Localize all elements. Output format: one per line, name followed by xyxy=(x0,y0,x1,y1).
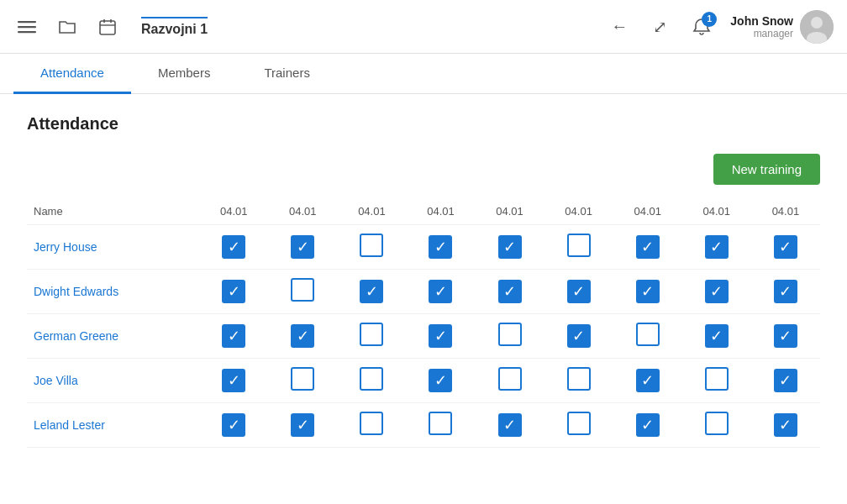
checkmark-icon: ✓ xyxy=(641,239,654,255)
checkbox-1-5[interactable]: ✓ xyxy=(567,280,591,303)
checkbox-4-6[interactable]: ✓ xyxy=(636,413,660,437)
expand-icon[interactable]: ⤢ xyxy=(646,13,673,40)
checkbox-0-2[interactable] xyxy=(360,234,383,257)
date-header-4: 04.01 xyxy=(476,198,544,225)
user-name: John Snow xyxy=(730,14,793,28)
checkbox-3-6[interactable]: ✓ xyxy=(636,369,660,392)
tab-trainers[interactable]: Trainers xyxy=(237,54,336,94)
checkbox-cell-1-3: ✓ xyxy=(406,270,475,314)
checkbox-4-5[interactable] xyxy=(567,412,591,435)
member-name-3[interactable]: Joe Villa xyxy=(27,359,199,403)
checkbox-3-4[interactable] xyxy=(498,367,522,391)
attendance-table: Name 04.0104.0104.0104.0104.0104.0104.01… xyxy=(27,198,820,448)
date-header-6: 04.01 xyxy=(613,198,682,225)
checkbox-4-3[interactable] xyxy=(429,412,452,435)
folder-icon[interactable] xyxy=(54,13,81,40)
checkbox-2-8[interactable]: ✓ xyxy=(774,324,797,348)
member-name-2[interactable]: German Greene xyxy=(27,314,199,359)
date-header-0: 04.01 xyxy=(199,198,268,225)
checkbox-cell-2-0: ✓ xyxy=(199,314,268,359)
checkmark-icon: ✓ xyxy=(228,328,240,344)
checkbox-0-7[interactable]: ✓ xyxy=(705,235,729,259)
checkbox-cell-4-1: ✓ xyxy=(268,403,337,448)
checkmark-icon: ✓ xyxy=(434,284,447,299)
checkbox-0-3[interactable]: ✓ xyxy=(429,235,452,259)
checkbox-cell-3-8: ✓ xyxy=(751,359,820,403)
checkbox-2-2[interactable] xyxy=(360,323,383,346)
checkmark-icon: ✓ xyxy=(710,239,723,255)
checkbox-cell-1-8: ✓ xyxy=(751,270,820,314)
checkmark-icon: ✓ xyxy=(297,328,309,344)
tab-attendance[interactable]: Attendance xyxy=(13,54,131,94)
checkmark-icon: ✓ xyxy=(710,328,723,344)
checkbox-1-3[interactable]: ✓ xyxy=(429,280,452,303)
checkbox-cell-1-0: ✓ xyxy=(199,270,268,314)
checkbox-0-4[interactable]: ✓ xyxy=(498,235,522,259)
checkbox-2-3[interactable]: ✓ xyxy=(429,324,452,348)
checkbox-4-0[interactable]: ✓ xyxy=(222,413,245,437)
checkbox-2-6[interactable] xyxy=(636,323,660,346)
checkbox-3-3[interactable]: ✓ xyxy=(429,369,452,392)
checkbox-1-6[interactable]: ✓ xyxy=(636,280,660,303)
checkbox-2-7[interactable]: ✓ xyxy=(705,324,729,348)
table-row: Joe Villa✓✓✓✓ xyxy=(27,359,820,403)
checkbox-2-5[interactable]: ✓ xyxy=(567,324,591,348)
checkbox-cell-0-6: ✓ xyxy=(613,225,682,270)
checkbox-cell-3-0: ✓ xyxy=(199,359,268,403)
date-header-5: 04.01 xyxy=(544,198,613,225)
checkbox-3-5[interactable] xyxy=(567,367,591,391)
checkbox-1-1[interactable] xyxy=(291,278,314,302)
checkbox-1-4[interactable]: ✓ xyxy=(498,280,522,303)
checkmark-icon: ✓ xyxy=(641,373,654,388)
checkbox-4-2[interactable] xyxy=(360,412,383,435)
checkbox-3-2[interactable] xyxy=(360,367,383,391)
checkbox-2-0[interactable]: ✓ xyxy=(222,324,245,348)
checkbox-cell-2-8: ✓ xyxy=(751,314,820,359)
breadcrumb: Razvojni 1 xyxy=(141,17,208,37)
checkmark-icon: ✓ xyxy=(228,284,240,299)
user-info: John Snow manager xyxy=(730,10,834,44)
checkbox-0-0[interactable]: ✓ xyxy=(222,235,245,259)
checkbox-2-4[interactable] xyxy=(498,323,522,346)
checkbox-1-7[interactable]: ✓ xyxy=(705,280,729,303)
checkbox-cell-2-5: ✓ xyxy=(544,314,613,359)
checkmark-icon: ✓ xyxy=(503,417,516,433)
svg-rect-0 xyxy=(18,21,36,23)
new-training-button[interactable]: New training xyxy=(713,154,820,185)
checkbox-1-2[interactable]: ✓ xyxy=(360,280,383,303)
checkbox-2-1[interactable]: ✓ xyxy=(291,324,314,348)
checkbox-cell-3-6: ✓ xyxy=(613,359,682,403)
checkbox-1-8[interactable]: ✓ xyxy=(774,280,797,303)
checkbox-4-1[interactable]: ✓ xyxy=(291,413,314,437)
checkbox-3-7[interactable] xyxy=(705,367,729,391)
checkbox-0-8[interactable]: ✓ xyxy=(774,235,797,259)
menu-icon[interactable] xyxy=(13,13,40,40)
checkbox-cell-1-7: ✓ xyxy=(682,270,751,314)
checkbox-3-1[interactable] xyxy=(291,367,314,391)
checkbox-4-4[interactable]: ✓ xyxy=(498,413,522,437)
member-name-4[interactable]: Leland Lester xyxy=(27,403,199,448)
checkbox-1-0[interactable]: ✓ xyxy=(222,280,245,303)
calendar-icon[interactable] xyxy=(94,13,121,40)
back-icon[interactable]: ← xyxy=(606,13,633,40)
checkbox-0-6[interactable]: ✓ xyxy=(636,235,660,259)
checkbox-3-0[interactable]: ✓ xyxy=(222,369,245,392)
checkbox-4-8[interactable]: ✓ xyxy=(774,413,797,437)
checkbox-0-1[interactable]: ✓ xyxy=(291,235,314,259)
checkmark-icon: ✓ xyxy=(434,328,447,344)
checkbox-cell-3-3: ✓ xyxy=(406,359,475,403)
checkbox-4-7[interactable] xyxy=(705,412,729,435)
checkbox-cell-4-6: ✓ xyxy=(613,403,682,448)
member-name-1[interactable]: Dwight Edwards xyxy=(27,270,199,314)
member-name-0[interactable]: Jerry House xyxy=(27,225,199,270)
checkmark-icon: ✓ xyxy=(779,284,792,299)
checkbox-3-8[interactable]: ✓ xyxy=(774,369,797,392)
checkmark-icon: ✓ xyxy=(297,417,309,433)
tab-members[interactable]: Members xyxy=(131,54,238,94)
checkbox-cell-4-5 xyxy=(544,403,613,448)
notification-button[interactable]: 1 xyxy=(687,12,717,42)
checkbox-0-5[interactable] xyxy=(567,234,591,257)
svg-rect-1 xyxy=(18,26,36,28)
checkmark-icon: ✓ xyxy=(434,373,447,388)
user-role: manager xyxy=(730,28,793,39)
